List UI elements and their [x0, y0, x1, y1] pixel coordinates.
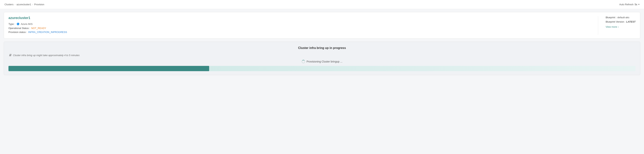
cluster-info-card: azurecluster1 Type : 🔷 Azure AKS Operati… — [4, 12, 640, 39]
progress-section: Cluster infra bring up in progress 🖥 Clu… — [4, 42, 640, 75]
blueprint-version-label: Blueprint Version : — [606, 20, 626, 23]
blueprint-version-row: Blueprint Version : LATEST — [606, 20, 636, 23]
type-label: Type : — [8, 23, 15, 25]
breadcrumb-sep-2: › — [32, 3, 33, 6]
breadcrumb-provision: Provision — [34, 3, 44, 6]
progress-bar-container — [8, 66, 636, 71]
type-row: Type : 🔷 Azure AKS — [8, 22, 590, 26]
blueprint-row: Blueprint : default-aks — [606, 16, 636, 19]
provision-status-value: INFRA_CREATION_INPROGRESS — [28, 31, 67, 34]
cluster-info-right: Blueprint : default-aks Blueprint Versio… — [598, 16, 636, 35]
operational-status-label: Operational Status : — [8, 27, 30, 30]
progress-bar-fill — [8, 66, 209, 71]
cluster-name: azurecluster1 — [8, 16, 590, 20]
provision-status-row: Provision status : INFRA_CREATION_INPROG… — [8, 31, 590, 34]
top-bar: Clusters › azurecluster1 › Provision Aut… — [0, 0, 644, 9]
operational-status-row: Operational Status : NOT_READY — [8, 27, 590, 30]
breadcrumb-sep-1: › — [15, 3, 16, 6]
auto-refresh-control[interactable]: Auto Refresh 5s ▾ — [619, 3, 640, 6]
auto-refresh-label: Auto Refresh — [619, 3, 634, 6]
info-note: 🖥 Cluster infra bring up might take appr… — [8, 54, 636, 57]
breadcrumb-cluster[interactable]: azurecluster1 — [16, 3, 31, 6]
provision-status-label: Provision status : — [8, 31, 27, 34]
chevron-down-icon: ▾ — [638, 3, 640, 6]
provisioning-status: Provisioning Cluster bringup ... — [8, 60, 636, 63]
provisioning-text: Provisioning Cluster bringup ... — [306, 60, 342, 63]
operational-status-value: NOT_READY — [31, 27, 46, 30]
main-content: azurecluster1 Type : 🔷 Azure AKS Operati… — [0, 9, 644, 78]
blueprint-value: default-aks — [617, 16, 629, 19]
info-note-text: Cluster infra bring up might take approx… — [13, 54, 80, 57]
cluster-info-left: azurecluster1 Type : 🔷 Azure AKS Operati… — [8, 16, 598, 35]
progress-title: Cluster infra bring up in progress — [8, 46, 636, 50]
breadcrumb: Clusters › azurecluster1 › Provision — [4, 3, 44, 6]
auto-refresh-value: 5s — [634, 3, 637, 6]
view-more-link[interactable]: View more › — [606, 25, 619, 28]
spinner-icon — [302, 60, 305, 63]
info-icon: 🖥 — [8, 54, 12, 57]
breadcrumb-clusters[interactable]: Clusters — [4, 3, 14, 6]
view-more-label: View more — [606, 25, 617, 28]
chevron-right-icon: › — [618, 25, 618, 28]
type-value: Azure AKS — [21, 23, 32, 25]
blueprint-version-value: LATEST — [626, 20, 636, 23]
blueprint-label: Blueprint : — [606, 16, 617, 19]
azure-icon: 🔷 — [16, 22, 20, 26]
